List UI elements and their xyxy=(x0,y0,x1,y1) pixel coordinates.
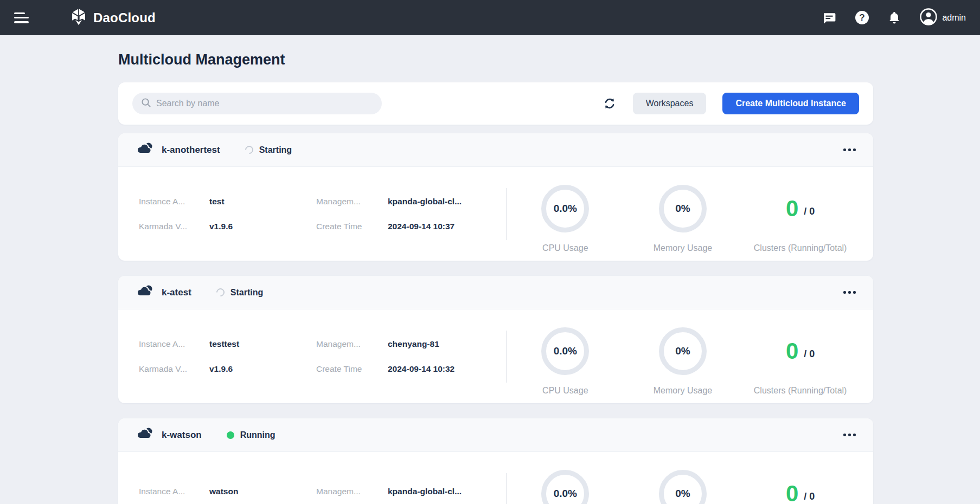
instance-card-header: k-atest Starting xyxy=(118,276,873,309)
instance-card-body: Instance A... watson Managem... kpanda-g… xyxy=(118,452,873,504)
instance-name: k-atest xyxy=(162,287,191,298)
brand[interactable]: DaoCloud xyxy=(69,8,156,28)
menu-icon[interactable] xyxy=(14,11,30,24)
status-label: Starting xyxy=(259,145,292,155)
workspaces-button[interactable]: Workspaces xyxy=(633,93,707,114)
instance-card-body: Instance A... test Managem... kpanda-glo… xyxy=(118,167,873,261)
instance-card: k-watson Running Instance A... watson Ma… xyxy=(118,418,873,504)
status-label: Running xyxy=(240,430,276,440)
memory-gauge: 0% xyxy=(659,327,707,375)
instance-card-header: k-watson Running xyxy=(118,418,873,452)
status-spinner-icon xyxy=(244,144,255,156)
instance-name: k-watson xyxy=(162,430,202,441)
status-dot-icon xyxy=(227,431,234,439)
cloud-icon xyxy=(134,427,154,443)
cpu-usage-stat: 0.0% CPU Usage xyxy=(507,185,624,253)
instance-details: Instance A... test Managem... kpanda-glo… xyxy=(139,197,503,231)
field-label: Karmada V... xyxy=(139,364,203,374)
field-label: Managem... xyxy=(316,339,381,349)
field-label: Managem... xyxy=(316,197,381,206)
messages-icon[interactable] xyxy=(822,11,836,25)
status-badge: Running xyxy=(227,430,276,440)
field-value: chenyang-81 xyxy=(388,339,503,349)
field-value: kpanda-global-cl... xyxy=(388,487,503,496)
topbar: DaoCloud ? xyxy=(0,0,980,35)
cloud-icon xyxy=(134,284,154,301)
field-label: Instance A... xyxy=(139,197,203,206)
field-value: v1.9.6 xyxy=(209,222,310,231)
brand-name: DaoCloud xyxy=(93,10,156,25)
field-value: v1.9.6 xyxy=(209,364,310,374)
instance-details: Instance A... testtest Managem... chenya… xyxy=(139,339,503,374)
toolbar-panel: Workspaces Create Multicloud Instance xyxy=(118,82,873,125)
status-badge: Starting xyxy=(245,145,292,155)
cpu-gauge: 0.0% xyxy=(541,327,589,375)
help-icon[interactable]: ? xyxy=(855,11,869,25)
field-label: Instance A... xyxy=(139,487,203,496)
username: admin xyxy=(942,13,966,23)
status-badge: Starting xyxy=(216,288,263,298)
refresh-icon[interactable] xyxy=(603,96,617,111)
more-actions-icon[interactable] xyxy=(842,145,857,154)
instance-details: Instance A... watson Managem... kpanda-g… xyxy=(139,487,503,504)
field-label: Create Time xyxy=(316,364,381,374)
memory-gauge: 0% xyxy=(659,470,707,504)
user-menu[interactable]: admin xyxy=(920,8,966,28)
field-label: Create Time xyxy=(316,222,381,231)
field-label: Instance A... xyxy=(139,339,203,349)
status-spinner-icon xyxy=(215,287,226,298)
field-value: kpanda-global-cl... xyxy=(388,197,503,206)
field-value: test xyxy=(209,197,310,206)
instance-card: k-anothertest Starting Instance A... tes… xyxy=(118,133,873,261)
cpu-usage-stat: 0.0% CPU Usage xyxy=(507,470,624,504)
cpu-gauge: 0.0% xyxy=(541,470,589,504)
instance-stats: 0.0% CPU Usage 0% Memory Usage 0 / 0 Clu… xyxy=(507,167,859,261)
instance-card-header: k-anothertest Starting xyxy=(118,133,873,167)
avatar xyxy=(920,8,937,28)
more-actions-icon[interactable] xyxy=(842,288,857,297)
search-icon xyxy=(141,98,151,110)
more-actions-icon[interactable] xyxy=(842,430,857,440)
field-label: Managem... xyxy=(316,487,381,496)
daocloud-logo-icon xyxy=(69,8,88,28)
memory-usage-stat: 0% Memory Usage xyxy=(624,185,742,253)
notifications-bell-icon[interactable] xyxy=(887,11,901,25)
instance-card: k-atest Starting Instance A... testtest … xyxy=(118,276,873,403)
instance-card-body: Instance A... testtest Managem... chenya… xyxy=(118,309,873,403)
clusters-stat: 0 / 0 Clusters (Running/Total) xyxy=(741,470,859,504)
field-label: Karmada V... xyxy=(139,222,203,231)
search-box[interactable] xyxy=(132,93,382,114)
memory-usage-stat: 0% Memory Usage xyxy=(624,470,742,504)
memory-usage-stat: 0% Memory Usage xyxy=(624,327,742,396)
field-value: testtest xyxy=(209,339,310,349)
field-value: 2024-09-14 10:37 xyxy=(388,222,503,231)
search-input[interactable] xyxy=(156,99,373,108)
field-value: watson xyxy=(209,487,310,496)
status-label: Starting xyxy=(230,288,263,298)
memory-gauge: 0% xyxy=(659,185,707,232)
cloud-icon xyxy=(134,141,154,158)
instance-stats: 0.0% CPU Usage 0% Memory Usage 0 / 0 Clu… xyxy=(507,309,859,403)
field-value: 2024-09-14 10:32 xyxy=(388,364,503,374)
create-multicloud-instance-button[interactable]: Create Multicloud Instance xyxy=(722,93,859,114)
instance-name: k-anothertest xyxy=(162,145,220,156)
instance-stats: 0.0% CPU Usage 0% Memory Usage 0 / 0 Clu… xyxy=(507,452,859,504)
cpu-usage-stat: 0.0% CPU Usage xyxy=(507,327,624,396)
cpu-gauge: 0.0% xyxy=(541,185,589,232)
clusters-stat: 0 / 0 Clusters (Running/Total) xyxy=(741,185,859,253)
main-content: Multicloud Management Workspac xyxy=(0,51,980,504)
clusters-stat: 0 / 0 Clusters (Running/Total) xyxy=(741,327,859,396)
page-title: Multicloud Management xyxy=(118,51,873,68)
